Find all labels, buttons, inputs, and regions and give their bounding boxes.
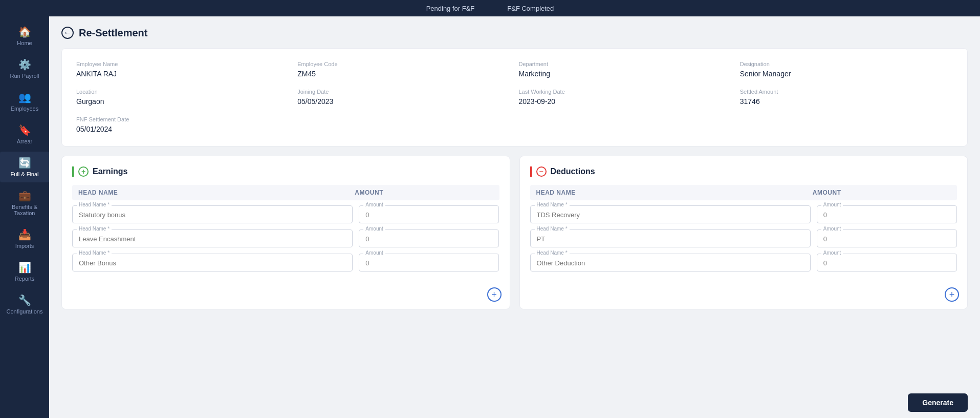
add-deductions-row-button[interactable]: + (945, 287, 959, 302)
fnf-settlement-date-field: FNF Settlement Date 05/01/2024 (76, 116, 289, 134)
earnings-head-name-3: Head Name * (72, 254, 353, 271)
deductions-amount-input-3[interactable] (823, 258, 950, 268)
designation-field: Designation Senior Manager (740, 61, 953, 78)
sidebar: 🏠Home⚙️Run Payroll👥Employees🔖Arrear🔄Full… (0, 16, 49, 418)
joining-date-field: Joining Date 05/05/2023 (297, 89, 510, 106)
earnings-head-name-input-2[interactable] (79, 234, 346, 244)
earnings-amount-3: Amount (359, 254, 499, 271)
earnings-table-header: HEAD NAME AMOUNT (72, 185, 499, 200)
page-title: Re-Settlement (79, 27, 147, 39)
employees-icon: 👥 (18, 91, 31, 103)
add-earnings-row-button[interactable]: + (487, 287, 502, 302)
sidebar-label-imports: Imports (15, 243, 34, 249)
earnings-amount-input-3[interactable] (365, 258, 492, 268)
earnings-amount-input-2[interactable] (365, 234, 492, 244)
earnings-amount-input-1[interactable] (365, 210, 492, 220)
deductions-head-name-3: Head Name * (530, 254, 811, 271)
arrear-icon: 🔖 (18, 124, 31, 136)
sidebar-item-home[interactable]: 🏠Home (0, 20, 49, 51)
earnings-head-name-2: Head Name * (72, 229, 353, 247)
deductions-header: − Deductions (530, 166, 957, 177)
earnings-row-3: Head Name * Amount (72, 254, 499, 271)
sidebar-label-reports: Reports (15, 276, 35, 282)
earnings-row-1: Head Name * Amount (72, 205, 499, 223)
deductions-head-name-input-3[interactable] (537, 258, 804, 268)
deductions-head-name-input-2[interactable] (537, 234, 804, 244)
bottom-bar: Generate (896, 387, 980, 418)
employee-info-card: Employee Name ANKITA RAJ Employee Code Z… (61, 48, 968, 147)
earnings-head-name-1: Head Name * (72, 205, 353, 223)
last-working-date-field: Last Working Date 2023-09-20 (519, 89, 732, 106)
employee-name-field: Employee Name ANKITA RAJ (76, 61, 289, 78)
earnings-head-name-col: HEAD NAME (78, 189, 355, 196)
earnings-amount-2: Amount (359, 229, 499, 247)
sidebar-item-run-payroll[interactable]: ⚙️Run Payroll (0, 53, 49, 84)
content-area: ← Re-Settlement Employee Name ANKITA RAJ… (49, 16, 980, 418)
sidebar-item-imports[interactable]: 📥Imports (0, 223, 49, 254)
sidebar-label-benefits-taxation: Benefits & Taxation (4, 204, 45, 216)
benefits-taxation-icon: 💼 (18, 190, 31, 202)
sidebar-item-arrear[interactable]: 🔖Arrear (0, 119, 49, 150)
configurations-icon: 🔧 (18, 294, 31, 306)
deductions-table-header: HEAD NAME AMOUNT (530, 185, 957, 200)
sidebar-label-arrear: Arrear (17, 138, 33, 144)
sidebar-label-home: Home (17, 40, 32, 46)
settled-amount-field: Settled Amount 31746 (740, 89, 953, 106)
full-final-icon: 🔄 (18, 157, 31, 169)
sidebar-item-configurations[interactable]: 🔧Configurations (0, 289, 49, 320)
deductions-row-1: Head Name * Amount (530, 205, 957, 223)
generate-button[interactable]: Generate (908, 393, 968, 412)
deductions-head-name-1: Head Name * (530, 205, 811, 223)
page-header: ← Re-Settlement (61, 27, 968, 39)
earnings-card: + Earnings HEAD NAME AMOUNT Head Name * … (61, 156, 510, 309)
sidebar-item-benefits-taxation[interactable]: 💼Benefits & Taxation (0, 184, 49, 221)
earnings-header: + Earnings (72, 166, 499, 177)
earnings-add-icon[interactable]: + (78, 166, 89, 177)
top-nav: Pending for F&F F&F Completed (0, 0, 980, 16)
sidebar-item-full-final[interactable]: 🔄Full & Final (0, 152, 49, 182)
earnings-title: Earnings (93, 167, 127, 176)
deductions-amount-input-2[interactable] (823, 234, 950, 244)
earnings-head-name-input-1[interactable] (79, 210, 346, 220)
sidebar-item-employees[interactable]: 👥Employees (0, 86, 49, 117)
deductions-card: − Deductions HEAD NAME AMOUNT Head Name … (519, 156, 968, 309)
earnings-row-2: Head Name * Amount (72, 229, 499, 247)
deductions-amount-3: Amount (817, 254, 957, 271)
back-icon[interactable]: ← (61, 27, 74, 39)
location-field: Location Gurgaon (76, 89, 289, 106)
home-icon: 🏠 (18, 26, 31, 38)
employee-code-field: Employee Code ZM45 (297, 61, 510, 78)
deductions-head-name-input-1[interactable] (537, 210, 804, 220)
earnings-amount-col: AMOUNT (355, 189, 493, 196)
sidebar-label-configurations: Configurations (7, 308, 43, 315)
sidebar-label-run-payroll: Run Payroll (10, 73, 39, 79)
deductions-amount-col: AMOUNT (813, 189, 951, 196)
fnf-completed-tab[interactable]: F&F Completed (503, 3, 558, 14)
earnings-amount-1: Amount (359, 205, 499, 223)
deductions-minus-icon[interactable]: − (536, 166, 547, 177)
run-payroll-icon: ⚙️ (18, 58, 31, 71)
deductions-amount-input-1[interactable] (823, 210, 950, 220)
earnings-head-name-input-3[interactable] (79, 258, 346, 268)
sidebar-label-employees: Employees (11, 106, 38, 112)
deductions-row-2: Head Name * Amount (530, 229, 957, 247)
deductions-amount-2: Amount (817, 229, 957, 247)
deductions-head-name-col: HEAD NAME (536, 189, 813, 196)
sidebar-item-reports[interactable]: 📊Reports (0, 256, 49, 287)
department-field: Department Marketing (519, 61, 732, 78)
earnings-deductions-section: + Earnings HEAD NAME AMOUNT Head Name * … (61, 156, 968, 309)
deductions-row-3: Head Name * Amount (530, 254, 957, 271)
deductions-head-name-2: Head Name * (530, 229, 811, 247)
reports-icon: 📊 (18, 261, 31, 274)
deductions-amount-1: Amount (817, 205, 957, 223)
sidebar-label-full-final: Full & Final (10, 171, 38, 177)
deductions-title: Deductions (551, 167, 595, 176)
pending-fnf-tab[interactable]: Pending for F&F (422, 3, 479, 14)
imports-icon: 📥 (18, 228, 31, 241)
